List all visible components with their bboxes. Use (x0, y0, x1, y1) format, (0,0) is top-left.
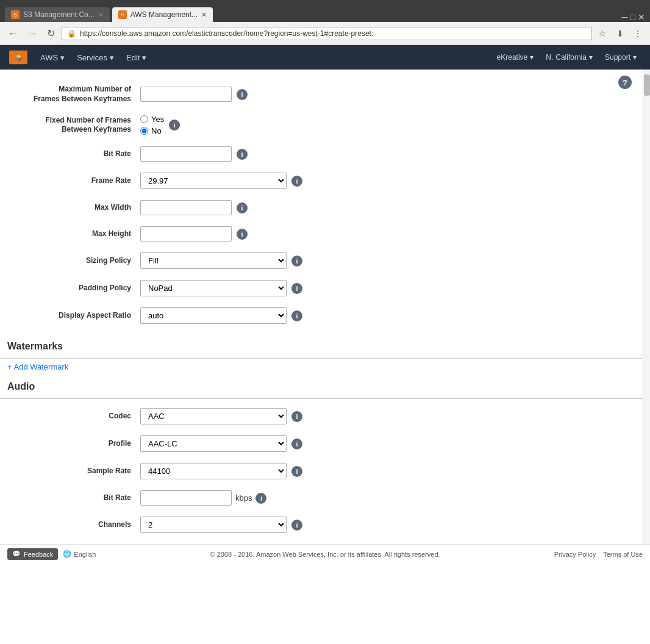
profile-row: Profile AAC-LC HE-AAC HE-AACv2 i (18, 435, 624, 452)
browser-tab-aws[interactable]: A AWS Management... ✕ (112, 7, 213, 22)
sample-rate-label: Sample Rate (18, 467, 140, 476)
fixed-frames-info-icon[interactable]: i (169, 120, 180, 131)
max-height-label: Max Height (18, 229, 140, 239)
language-button[interactable]: 🌐 English (63, 550, 96, 558)
audio-heading: Audio (0, 375, 643, 399)
services-menu-item[interactable]: Services ▾ (71, 45, 120, 70)
audio-form-section: Codec AAC mp3 flac pcm i (0, 399, 643, 533)
user-menu-item[interactable]: eKreative ▾ (491, 45, 540, 70)
profile-select[interactable]: AAC-LC HE-AAC HE-AACv2 (140, 435, 287, 452)
aws-navbar: 📦 AWS ▾ Services ▾ Edit ▾ eKreative ▾ N.… (0, 45, 650, 70)
max-keyframes-label: Maximum Number ofFrames Between Keyframe… (18, 85, 140, 104)
download-button[interactable]: ⬇ (613, 27, 627, 40)
profile-control: AAC-LC HE-AAC HE-AACv2 (140, 435, 287, 452)
sample-rate-control: 44100 32000 48000 96000 (140, 463, 287, 479)
fixed-frames-no-label: No (151, 126, 162, 135)
back-button[interactable]: ← (5, 27, 21, 40)
sizing-policy-label: Sizing Policy (18, 256, 140, 266)
video-bit-rate-row: Bit Rate 5400 i (18, 146, 624, 162)
aws-menu-item[interactable]: AWS ▾ (34, 45, 71, 70)
minimize-icon[interactable]: ─ (622, 12, 628, 22)
max-height-input[interactable]: 1080 (140, 226, 232, 242)
max-width-label: Max Width (18, 203, 140, 213)
codec-select[interactable]: AAC mp3 flac pcm (140, 408, 287, 424)
menu-button[interactable]: ⋮ (630, 27, 645, 40)
add-watermark-link[interactable]: + Add Watermark (0, 359, 76, 375)
frame-rate-info-icon[interactable]: i (291, 176, 302, 187)
max-keyframes-control: 90 (140, 87, 232, 102)
fixed-frames-no-radio[interactable] (140, 127, 148, 135)
help-icon[interactable]: ? (618, 76, 632, 89)
display-aspect-info-icon[interactable]: i (291, 310, 302, 321)
max-height-control: 1080 (140, 226, 232, 242)
sizing-policy-control: Fill Fit Stretch Keep ShrinkToFit Shrink… (140, 252, 287, 269)
close-icon[interactable]: ✕ (638, 12, 645, 22)
audio-section: Audio Codec AAC mp3 flac pcm (0, 375, 643, 533)
content-wrap: ? Maximum Number ofFrames Between Keyfra… (0, 70, 650, 544)
region-label: N. (546, 53, 553, 62)
max-keyframes-input[interactable]: 90 (140, 87, 232, 102)
scrollbar-track[interactable] (643, 70, 650, 544)
sample-rate-select[interactable]: 44100 32000 48000 96000 (140, 463, 287, 479)
max-height-info-icon[interactable]: i (237, 229, 248, 240)
edit-menu-item[interactable]: Edit ▾ (120, 45, 152, 70)
region-menu-item[interactable]: N. N. CaliforniaCalifornia ▾ (540, 45, 599, 70)
max-height-row: Max Height 1080 i (18, 226, 624, 242)
browser-toolbar: ← → ↻ 🔒 https://console.aws.amazon.com/e… (0, 22, 650, 45)
feedback-button[interactable]: 💬 Feedback (7, 548, 58, 560)
fixed-frames-yes-option[interactable]: Yes (140, 115, 164, 124)
forward-button[interactable]: → (24, 27, 40, 40)
url-text: https://console.aws.amazon.com/elastictr… (80, 29, 587, 38)
channels-info-icon[interactable]: i (291, 520, 302, 531)
language-label: English (74, 551, 96, 558)
copyright-text: © 2008 - 2016, Amazon Web Services, Inc.… (210, 551, 440, 558)
max-width-input[interactable]: 1080 (140, 200, 232, 215)
codec-info-icon[interactable]: i (291, 411, 302, 422)
display-aspect-row: Display Aspect Ratio auto 1:1 4:3 3:2 16… (18, 307, 624, 324)
edit-label: Edit (126, 53, 140, 62)
scrollbar-thumb[interactable] (644, 74, 650, 96)
terms-of-use-link[interactable]: Terms of Use (603, 551, 643, 558)
sizing-policy-select[interactable]: Fill Fit Stretch Keep ShrinkToFit Shrink… (140, 252, 287, 269)
sample-rate-row: Sample Rate 44100 32000 48000 96000 i (18, 463, 624, 479)
audio-bit-rate-info-icon[interactable]: i (255, 493, 266, 504)
fixed-frames-control: Yes No (140, 115, 164, 135)
fixed-frames-row: Fixed Number of FramesBetween Keyframes … (18, 115, 624, 135)
padding-policy-info-icon[interactable]: i (291, 283, 302, 294)
browser-tab-s3[interactable]: S S3 Management Co... ✕ (5, 7, 110, 22)
tab-aws-close[interactable]: ✕ (201, 11, 207, 19)
reload-button[interactable]: ↻ (44, 26, 58, 40)
padding-policy-select[interactable]: NoPad Pad (140, 280, 287, 296)
codec-row: Codec AAC mp3 flac pcm i (18, 408, 624, 424)
sample-rate-info-icon[interactable]: i (291, 466, 302, 477)
channels-select[interactable]: 2 1 auto (140, 517, 287, 533)
channels-row: Channels 2 1 auto i (18, 517, 624, 533)
padding-policy-control: NoPad Pad (140, 280, 287, 296)
kbps-unit-label: kbps (235, 493, 252, 503)
frame-rate-select[interactable]: 29.97 auto 10 15 23.97 24 25 30 50 60 (140, 173, 287, 189)
sizing-policy-info-icon[interactable]: i (291, 256, 302, 267)
support-menu-item[interactable]: Support ▾ (599, 45, 643, 70)
region-dropdown-icon: ▾ (589, 53, 593, 62)
form-section: Maximum Number ofFrames Between Keyframe… (0, 76, 643, 324)
profile-info-icon[interactable]: i (291, 438, 302, 449)
fixed-frames-yes-radio[interactable] (140, 115, 148, 123)
max-width-info-icon[interactable]: i (237, 202, 248, 213)
privacy-policy-link[interactable]: Privacy Policy (554, 551, 596, 558)
codec-label: Codec (18, 412, 140, 421)
aws-nav-right: eKreative ▾ N. N. CaliforniaCalifornia ▾… (491, 45, 643, 70)
fixed-frames-no-option[interactable]: No (140, 126, 164, 135)
window-controls: ─ □ ✕ (617, 12, 650, 22)
display-aspect-select[interactable]: auto 1:1 4:3 3:2 16:9 (140, 307, 287, 324)
url-bar[interactable]: 🔒 https://console.aws.amazon.com/elastic… (62, 27, 592, 40)
video-bit-rate-input[interactable]: 5400 (140, 146, 232, 162)
max-keyframes-info-icon[interactable]: i (237, 89, 248, 100)
aws-logo[interactable]: 📦 (7, 48, 29, 66)
video-bit-rate-info-icon[interactable]: i (237, 149, 248, 160)
tab-s3-close[interactable]: ✕ (98, 11, 104, 19)
max-keyframes-row: Maximum Number ofFrames Between Keyframe… (18, 85, 624, 104)
maximize-icon[interactable]: □ (630, 12, 635, 22)
bookmark-button[interactable]: ☆ (596, 27, 610, 40)
audio-bit-rate-input[interactable]: 160 (140, 490, 232, 506)
video-bit-rate-control: 5400 (140, 146, 232, 162)
